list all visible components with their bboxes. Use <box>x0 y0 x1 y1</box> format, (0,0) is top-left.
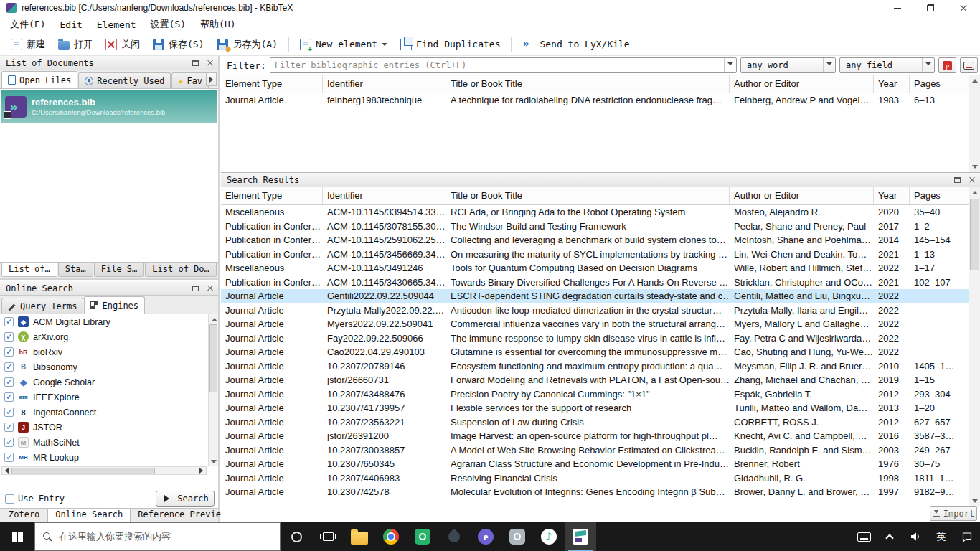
scroll-right-button[interactable] <box>197 467 206 474</box>
taskbar-chrome[interactable] <box>375 522 407 551</box>
result-row[interactable]: Journal Article Gentili2022.09.22.509044… <box>221 289 969 303</box>
action-center-button[interactable] <box>954 522 980 551</box>
column-pages[interactable]: Pages <box>910 187 956 204</box>
engine-row-bibsonomy[interactable]: B Bibsonomy <box>0 359 208 375</box>
scroll-down-button[interactable] <box>969 496 980 507</box>
taskbar-kbibtex[interactable] <box>565 522 596 551</box>
column-identifier[interactable]: Identifier <box>323 187 446 204</box>
open-button[interactable]: 打开 <box>52 35 99 54</box>
results-scrollbar[interactable] <box>969 187 980 507</box>
result-row[interactable]: Journal Article jstor/26660731 Forward M… <box>221 373 969 387</box>
column-title[interactable]: Title or Book Title <box>446 187 730 204</box>
bibliography-row[interactable]: Journal Article feinberg1983technique A … <box>221 93 969 108</box>
close-panel-button[interactable] <box>204 283 216 293</box>
menu-element[interactable]: Element <box>90 17 143 32</box>
find-duplicates-button[interactable]: Find Duplicates <box>394 36 507 53</box>
close-button[interactable] <box>947 0 980 16</box>
menu-edit[interactable]: Edit <box>52 17 89 32</box>
import-button[interactable]: Import <box>930 506 977 521</box>
column-element-type[interactable]: Element Type <box>221 187 323 204</box>
scroll-up-button[interactable] <box>209 314 220 324</box>
filter-combobox[interactable] <box>270 57 737 73</box>
scroll-down-button[interactable] <box>969 162 980 172</box>
close-panel-button[interactable] <box>966 174 978 185</box>
bottom-tab-list-of-documents[interactable]: List of… <box>1 263 57 277</box>
close-panel-button[interactable] <box>204 57 216 68</box>
float-panel-button[interactable] <box>189 283 202 293</box>
column-year[interactable]: Year <box>874 187 910 204</box>
send-to-lyx-button[interactable]: Send to LyX/Kile <box>516 36 636 53</box>
taskbar-gray-app[interactable] <box>501 522 533 551</box>
task-view-button[interactable] <box>312 522 344 551</box>
result-row[interactable]: Journal Article 10.2307/23563221 Suspens… <box>221 415 969 430</box>
column-year[interactable]: Year <box>874 75 910 93</box>
scroll-left-button[interactable] <box>2 467 11 474</box>
taskbar-e-browser[interactable] <box>470 522 501 551</box>
result-row[interactable]: Journal Article 10.2307/42578 Molecular … <box>221 485 969 499</box>
tab-reference-preview[interactable]: Reference Preview <box>131 509 234 522</box>
bottom-tab-list-of-values[interactable]: List of Do… <box>145 263 216 277</box>
show-hidden-icons-button[interactable] <box>877 522 903 551</box>
engine-checkbox[interactable] <box>4 453 14 462</box>
engine-checkbox[interactable] <box>4 332 14 342</box>
float-panel-button[interactable] <box>951 174 963 185</box>
menu-help[interactable]: 帮助(H) <box>193 16 242 33</box>
engine-row-mathscinet[interactable]: M MathSciNet <box>0 435 208 450</box>
open-file-item[interactable]: references.bib C:/Users/nanfeng/Download… <box>1 90 217 123</box>
taskbar-green-app[interactable] <box>407 522 438 551</box>
result-row[interactable]: Publication in Confer… ACM-10.1145/25910… <box>221 233 969 248</box>
column-identifier[interactable]: Identifier <box>323 75 446 93</box>
scroll-up-button[interactable] <box>969 75 980 85</box>
result-row[interactable]: Miscellaneous ACM-10.1145/3394514.33… RC… <box>221 205 969 220</box>
tab-engines[interactable]: Engines <box>84 296 145 314</box>
result-row[interactable]: Journal Article 10.2307/20789146 Ecosyst… <box>221 359 969 374</box>
engine-checkbox[interactable] <box>4 423 14 432</box>
result-row[interactable]: Publication in Confer… ACM-10.1145/34566… <box>221 248 969 262</box>
tab-zotero[interactable]: Zotero <box>1 509 47 522</box>
result-row[interactable]: Journal Article Myers2022.09.22.509041 C… <box>221 317 969 331</box>
combo-dropdown-button[interactable] <box>724 58 736 72</box>
combo-dropdown-button[interactable] <box>823 58 835 72</box>
save-as-button[interactable]: 另存为(A) <box>210 35 283 54</box>
close-file-button[interactable]: 关闭 <box>99 35 146 54</box>
engine-checkbox[interactable] <box>4 362 14 372</box>
search-button[interactable]: Search <box>156 491 215 507</box>
taskbar-music-app[interactable] <box>533 522 565 551</box>
result-row[interactable]: Journal Article 10.2307/650345 Agrarian … <box>221 457 969 471</box>
bibliography-scrollbar[interactable] <box>969 75 980 172</box>
tab-recently-used[interactable]: Recently Used <box>78 72 171 88</box>
new-button[interactable]: 新建 <box>4 35 52 54</box>
float-panel-button[interactable] <box>189 57 202 68</box>
engine-row-ieeexplore[interactable]: IEEE IEEEXplore <box>0 390 208 405</box>
keyboard-input-button[interactable] <box>960 57 978 73</box>
taskbar-drop-app[interactable] <box>438 522 470 551</box>
result-row[interactable]: Miscellaneous ACM-10.1145/3491246 Tools … <box>221 261 969 276</box>
engine-checkbox[interactable] <box>4 392 14 402</box>
cortana-button[interactable] <box>281 522 312 551</box>
restore-button[interactable] <box>914 0 947 16</box>
engine-row-google-scholar[interactable]: ◆ Google Scholar <box>0 375 208 390</box>
new-element-button[interactable]: New element <box>293 36 394 53</box>
filter-input[interactable] <box>270 58 724 72</box>
menu-settings[interactable]: 设置(S) <box>143 16 193 33</box>
volume-button[interactable] <box>903 522 928 551</box>
touch-keyboard-button[interactable] <box>851 522 877 551</box>
engine-checkbox[interactable] <box>4 438 14 447</box>
engine-list-hscrollbar[interactable] <box>1 466 207 475</box>
result-row[interactable]: Journal Article 10.2307/43488476 Precisi… <box>221 387 969 402</box>
save-button[interactable]: 保存(S) <box>146 35 210 54</box>
engine-checkbox[interactable] <box>4 408 14 417</box>
use-entry-checkbox[interactable]: Use Entry <box>5 494 65 504</box>
scrollbar-thumb[interactable] <box>11 468 155 474</box>
engine-row-biorxiv[interactable]: bR bioRxiv <box>0 344 208 359</box>
field-select[interactable]: any field <box>839 57 935 73</box>
column-pages[interactable]: Pages <box>910 75 956 93</box>
minimize-button[interactable] <box>881 0 914 16</box>
engine-row-ingentaconnect[interactable]: 8 IngentaConnect <box>0 405 208 420</box>
engine-checkbox[interactable] <box>4 377 14 387</box>
engine-row-jstor[interactable]: J JSTOR <box>0 420 208 435</box>
result-row[interactable]: Journal Article 10.2307/4406983 Resolvin… <box>221 471 969 486</box>
engine-list-scrollbar[interactable] <box>208 314 218 466</box>
result-row[interactable]: Journal Article Cao2022.04.29.490103 Glu… <box>221 345 969 359</box>
engine-checkbox[interactable] <box>4 317 14 326</box>
